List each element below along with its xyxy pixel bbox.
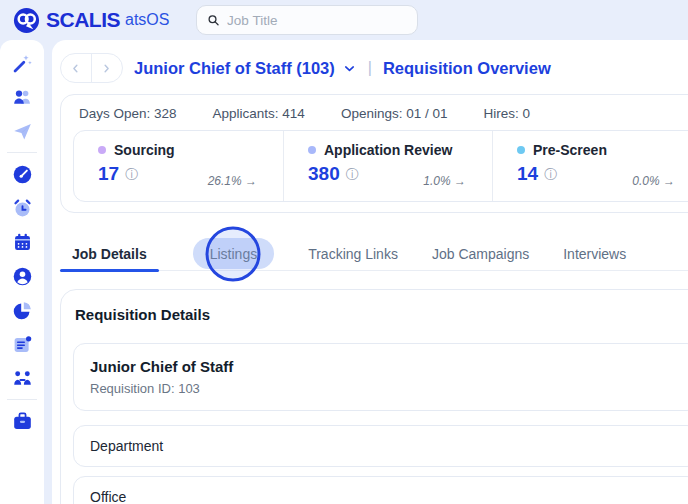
pie-chart-icon[interactable] [0,293,44,327]
tab-listings[interactable]: Listings [193,237,274,271]
magic-wand-icon[interactable] [0,46,44,80]
main-panel: Junior Chief of Staff (103) | Requisitio… [52,40,688,504]
stat-days-open: Days Open: 328 [79,106,177,121]
sidebar-divider [7,152,37,153]
field-department[interactable]: Department [73,425,688,467]
requisition-details-section: Requisition Details Junior Chief of Staf… [60,289,688,504]
breadcrumb-separator: | [368,59,372,77]
user-circle-icon[interactable] [0,259,44,293]
tab-job-details[interactable]: Job Details [60,237,159,271]
chevron-down-icon [342,61,357,76]
stage-name: Application Review [324,142,452,158]
tab-bar: Job Details Listings Tracking Links Job … [60,237,688,271]
stage-dot [517,146,525,154]
stats-row: Days Open: 328 Applicants: 414 Openings:… [61,95,688,130]
stage-conversion-rate: 26.1% → [208,174,257,188]
stat-openings: Openings: 01 / 01 [341,106,448,121]
chevron-left-icon [69,62,82,75]
stage-dot [98,146,106,154]
app-body: Junior Chief of Staff (103) | Requisitio… [0,40,688,504]
requisition-id: Requisition ID: 103 [90,381,682,396]
info-icon[interactable]: ⓘ [346,168,359,181]
pipeline-card: Sourcing 17 ⓘ 26.1% → Application Review [73,130,688,202]
back-button[interactable] [61,54,92,82]
brand: SCALIS atsOS [13,7,169,34]
breadcrumb: Junior Chief of Staff (103) | Requisitio… [60,52,688,84]
chevron-right-icon [100,62,113,75]
field-office[interactable]: Office [73,476,688,504]
alarm-clock-icon[interactable] [0,191,44,225]
info-icon[interactable]: ⓘ [544,168,557,181]
stage-conversion-rate: 1.0% → [423,174,466,188]
info-icon[interactable]: ⓘ [125,168,138,181]
stats-card: Days Open: 328 Applicants: 414 Openings:… [60,94,688,213]
stat-hires: Hires: 0 [483,106,530,121]
tab-tracking-links[interactable]: Tracking Links [308,237,398,271]
briefcase-icon[interactable] [0,404,44,438]
job-summary-card: Junior Chief of Staff Requisition ID: 10… [73,343,688,411]
tab-job-campaigns[interactable]: Job Campaigns [432,237,529,271]
forward-button[interactable] [92,54,123,82]
tab-interviews[interactable]: Interviews [563,237,626,271]
app-window: SCALIS atsOS [0,0,688,504]
calendar-icon[interactable] [0,225,44,259]
search-box[interactable] [196,5,418,35]
sidebar-divider [7,399,37,400]
stage-name: Sourcing [114,142,175,158]
sidebar [0,40,44,504]
stage-name: Pre-Screen [533,142,607,158]
scalis-logo-icon [13,7,40,34]
speedometer-icon[interactable] [0,157,44,191]
clipboard-list-icon[interactable] [0,327,44,361]
stage-count: 380 [308,163,340,185]
stage-count: 17 [98,163,119,185]
brand-name: SCALIS [46,8,120,32]
stage-application-review[interactable]: Application Review 380 ⓘ 1.0% → [283,131,492,201]
handshake-people-icon[interactable] [0,361,44,395]
search-input[interactable] [227,13,407,28]
stage-pre-screen[interactable]: Pre-Screen 14 ⓘ 0.0% → [492,131,688,201]
section-title: Requisition Details [75,306,688,323]
stage-dot [308,146,316,154]
stage-sourcing[interactable]: Sourcing 17 ⓘ 26.1% → [74,131,283,201]
title-dropdown[interactable] [342,61,357,76]
job-title: Junior Chief of Staff [90,358,682,375]
page-title: Requisition Overview [383,59,551,78]
stage-count: 14 [517,163,538,185]
stat-applicants: Applicants: 414 [213,106,305,121]
brand-suffix: atsOS [125,11,169,29]
paper-plane-icon[interactable] [0,114,44,148]
users-icon[interactable] [0,80,44,114]
history-nav [60,53,123,83]
stage-conversion-rate: 0.0% → [632,174,675,188]
top-header: SCALIS atsOS [0,0,688,40]
requisition-title[interactable]: Junior Chief of Staff (103) [134,59,335,78]
search-icon [207,13,220,27]
